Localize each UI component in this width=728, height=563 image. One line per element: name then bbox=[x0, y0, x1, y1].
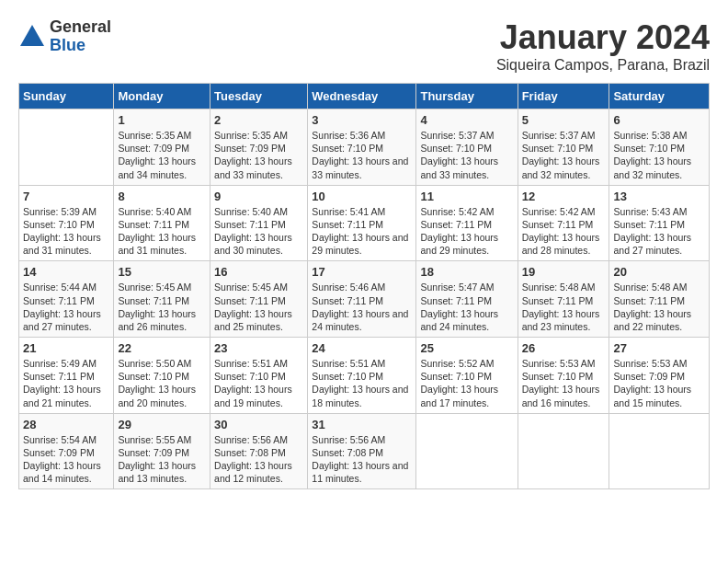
calendar-cell: 4Sunrise: 5:37 AMSunset: 7:10 PMDaylight… bbox=[416, 109, 518, 186]
calendar-cell bbox=[19, 109, 114, 186]
location-subtitle: Siqueira Campos, Parana, Brazil bbox=[496, 57, 710, 74]
day-info: Sunrise: 5:47 AMSunset: 7:11 PMDaylight:… bbox=[420, 281, 513, 333]
day-info: Sunrise: 5:53 AMSunset: 7:09 PMDaylight:… bbox=[613, 357, 705, 409]
calendar-cell: 19Sunrise: 5:48 AMSunset: 7:11 PMDayligh… bbox=[518, 261, 609, 338]
day-number: 3 bbox=[312, 113, 412, 127]
day-info: Sunrise: 5:45 AMSunset: 7:11 PMDaylight:… bbox=[214, 281, 303, 333]
day-number: 11 bbox=[420, 190, 513, 203]
day-info: Sunrise: 5:52 AMSunset: 7:10 PMDaylight:… bbox=[420, 357, 513, 409]
day-number: 13 bbox=[613, 190, 705, 203]
day-info: Sunrise: 5:53 AMSunset: 7:10 PMDaylight:… bbox=[522, 357, 606, 409]
calendar-cell: 13Sunrise: 5:43 AMSunset: 7:11 PMDayligh… bbox=[609, 185, 710, 261]
calendar-cell: 2Sunrise: 5:35 AMSunset: 7:09 PMDaylight… bbox=[210, 109, 308, 186]
day-info: Sunrise: 5:42 AMSunset: 7:11 PMDaylight:… bbox=[522, 205, 606, 258]
day-info: Sunrise: 5:54 AMSunset: 7:09 PMDaylight:… bbox=[23, 433, 109, 486]
day-info: Sunrise: 5:49 AMSunset: 7:11 PMDaylight:… bbox=[23, 357, 109, 409]
calendar-cell: 8Sunrise: 5:40 AMSunset: 7:11 PMDaylight… bbox=[114, 185, 210, 261]
calendar-header-row: SundayMondayTuesdayWednesdayThursdayFrid… bbox=[19, 84, 710, 109]
calendar-cell: 15Sunrise: 5:45 AMSunset: 7:11 PMDayligh… bbox=[114, 261, 210, 338]
day-number: 24 bbox=[312, 341, 412, 355]
day-number: 16 bbox=[214, 265, 303, 279]
day-number: 25 bbox=[420, 341, 513, 355]
header-tuesday: Tuesday bbox=[210, 84, 308, 109]
day-info: Sunrise: 5:45 AMSunset: 7:11 PMDaylight:… bbox=[118, 281, 206, 333]
day-info: Sunrise: 5:48 AMSunset: 7:11 PMDaylight:… bbox=[613, 281, 705, 333]
calendar-week-1: 1Sunrise: 5:35 AMSunset: 7:09 PMDaylight… bbox=[19, 109, 710, 186]
calendar-cell: 31Sunrise: 5:56 AMSunset: 7:08 PMDayligh… bbox=[308, 413, 416, 489]
calendar-cell: 10Sunrise: 5:41 AMSunset: 7:11 PMDayligh… bbox=[308, 185, 416, 261]
page-header: General Blue January 2024 Siqueira Campo… bbox=[18, 18, 710, 74]
calendar-cell: 30Sunrise: 5:56 AMSunset: 7:08 PMDayligh… bbox=[210, 413, 308, 489]
day-info: Sunrise: 5:40 AMSunset: 7:11 PMDaylight:… bbox=[214, 205, 303, 258]
calendar-table: SundayMondayTuesdayWednesdayThursdayFrid… bbox=[18, 83, 710, 489]
day-number: 26 bbox=[522, 341, 606, 355]
calendar-cell: 14Sunrise: 5:44 AMSunset: 7:11 PMDayligh… bbox=[19, 261, 114, 338]
day-info: Sunrise: 5:42 AMSunset: 7:11 PMDaylight:… bbox=[420, 205, 513, 258]
calendar-cell: 23Sunrise: 5:51 AMSunset: 7:10 PMDayligh… bbox=[210, 338, 308, 414]
calendar-cell: 17Sunrise: 5:46 AMSunset: 7:11 PMDayligh… bbox=[308, 261, 416, 338]
day-number: 18 bbox=[420, 265, 513, 279]
header-thursday: Thursday bbox=[416, 84, 518, 109]
day-number: 4 bbox=[420, 113, 513, 127]
calendar-cell: 24Sunrise: 5:51 AMSunset: 7:10 PMDayligh… bbox=[308, 338, 416, 414]
day-number: 22 bbox=[118, 341, 206, 355]
logo-text: General Blue bbox=[50, 18, 111, 55]
calendar-week-4: 21Sunrise: 5:49 AMSunset: 7:11 PMDayligh… bbox=[19, 338, 710, 414]
calendar-cell: 27Sunrise: 5:53 AMSunset: 7:09 PMDayligh… bbox=[609, 338, 710, 414]
day-number: 10 bbox=[312, 190, 412, 203]
day-info: Sunrise: 5:39 AMSunset: 7:10 PMDaylight:… bbox=[23, 205, 109, 258]
day-number: 5 bbox=[522, 113, 606, 127]
header-wednesday: Wednesday bbox=[308, 84, 416, 109]
calendar-cell: 21Sunrise: 5:49 AMSunset: 7:11 PMDayligh… bbox=[19, 338, 114, 414]
day-info: Sunrise: 5:50 AMSunset: 7:10 PMDaylight:… bbox=[118, 357, 206, 409]
day-info: Sunrise: 5:51 AMSunset: 7:10 PMDaylight:… bbox=[214, 357, 303, 409]
calendar-cell: 9Sunrise: 5:40 AMSunset: 7:11 PMDaylight… bbox=[210, 185, 308, 261]
day-number: 23 bbox=[214, 341, 303, 355]
day-number: 15 bbox=[118, 265, 206, 279]
header-monday: Monday bbox=[114, 84, 210, 109]
day-info: Sunrise: 5:35 AMSunset: 7:09 PMDaylight:… bbox=[118, 129, 206, 181]
day-info: Sunrise: 5:55 AMSunset: 7:09 PMDaylight:… bbox=[118, 433, 206, 486]
logo-blue: Blue bbox=[50, 37, 111, 55]
calendar-cell: 12Sunrise: 5:42 AMSunset: 7:11 PMDayligh… bbox=[518, 185, 609, 261]
logo-general: General bbox=[50, 18, 111, 37]
logo-icon bbox=[18, 23, 46, 51]
day-number: 14 bbox=[23, 265, 109, 279]
day-number: 28 bbox=[23, 418, 109, 431]
header-saturday: Saturday bbox=[609, 84, 710, 109]
day-number: 29 bbox=[118, 418, 206, 431]
calendar-cell: 20Sunrise: 5:48 AMSunset: 7:11 PMDayligh… bbox=[609, 261, 710, 338]
calendar-cell: 1Sunrise: 5:35 AMSunset: 7:09 PMDaylight… bbox=[114, 109, 210, 186]
day-info: Sunrise: 5:56 AMSunset: 7:08 PMDaylight:… bbox=[214, 433, 303, 486]
day-number: 31 bbox=[312, 418, 412, 431]
day-number: 27 bbox=[613, 341, 705, 355]
day-number: 20 bbox=[613, 265, 705, 279]
title-block: January 2024 Siqueira Campos, Parana, Br… bbox=[496, 18, 710, 74]
day-number: 9 bbox=[214, 190, 303, 203]
day-number: 17 bbox=[312, 265, 412, 279]
calendar-cell: 3Sunrise: 5:36 AMSunset: 7:10 PMDaylight… bbox=[308, 109, 416, 186]
day-number: 19 bbox=[522, 265, 606, 279]
calendar-cell: 6Sunrise: 5:38 AMSunset: 7:10 PMDaylight… bbox=[609, 109, 710, 186]
calendar-cell: 18Sunrise: 5:47 AMSunset: 7:11 PMDayligh… bbox=[416, 261, 518, 338]
day-number: 1 bbox=[118, 113, 206, 127]
day-number: 7 bbox=[23, 190, 109, 203]
calendar-week-2: 7Sunrise: 5:39 AMSunset: 7:10 PMDaylight… bbox=[19, 185, 710, 261]
day-info: Sunrise: 5:51 AMSunset: 7:10 PMDaylight:… bbox=[312, 357, 412, 409]
month-title: January 2024 bbox=[496, 18, 710, 57]
day-info: Sunrise: 5:46 AMSunset: 7:11 PMDaylight:… bbox=[312, 281, 412, 333]
calendar-week-3: 14Sunrise: 5:44 AMSunset: 7:11 PMDayligh… bbox=[19, 261, 710, 338]
calendar-cell bbox=[518, 413, 609, 489]
day-number: 12 bbox=[522, 190, 606, 203]
day-info: Sunrise: 5:37 AMSunset: 7:10 PMDaylight:… bbox=[420, 129, 513, 181]
day-info: Sunrise: 5:35 AMSunset: 7:09 PMDaylight:… bbox=[214, 129, 303, 181]
day-info: Sunrise: 5:43 AMSunset: 7:11 PMDaylight:… bbox=[613, 205, 705, 258]
calendar-cell bbox=[609, 413, 710, 489]
calendar-cell: 7Sunrise: 5:39 AMSunset: 7:10 PMDaylight… bbox=[19, 185, 114, 261]
logo: General Blue bbox=[18, 18, 111, 55]
calendar-cell: 11Sunrise: 5:42 AMSunset: 7:11 PMDayligh… bbox=[416, 185, 518, 261]
calendar-cell: 26Sunrise: 5:53 AMSunset: 7:10 PMDayligh… bbox=[518, 338, 609, 414]
day-info: Sunrise: 5:36 AMSunset: 7:10 PMDaylight:… bbox=[312, 129, 412, 181]
calendar-cell: 16Sunrise: 5:45 AMSunset: 7:11 PMDayligh… bbox=[210, 261, 308, 338]
day-info: Sunrise: 5:40 AMSunset: 7:11 PMDaylight:… bbox=[118, 205, 206, 258]
